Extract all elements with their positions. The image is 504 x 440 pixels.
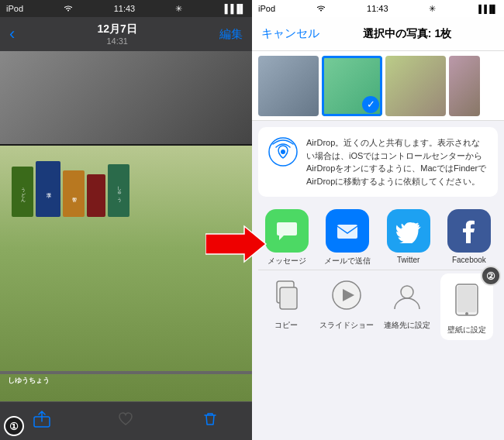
messages-label: メッセージ (268, 256, 306, 266)
right-nav-bar: キャンセル 選択中の写真: 1枚 (252, 17, 504, 51)
wallpaper-icon (445, 278, 488, 321)
airdrop-section: AirDrop。近くの人と共有します。表示されない場合は、iOSではコントロール… (258, 127, 498, 197)
wallpaper-label: 壁紙に設定 (447, 325, 486, 335)
left-battery-icon: ▐▐▐▌ (222, 4, 246, 13)
book-image: うどん 漢字 学習 しゅう しゆうちょう (0, 146, 252, 401)
svg-point-12 (465, 312, 468, 315)
share-row: メッセージ メールで送信 Twitter (252, 203, 504, 270)
right-status-bar: iPod 11:43 ✳ ▐▐▐▌ (252, 0, 504, 17)
cancel-button[interactable]: キャンセル (261, 26, 319, 41)
annotation-circle-2: ② (481, 266, 501, 286)
trash-button[interactable] (202, 411, 219, 431)
left-wifi-icon (63, 4, 74, 13)
mail-icon (326, 209, 369, 253)
photo-placeholder-img (0, 51, 252, 144)
airdrop-description: AirDrop。近くの人と共有します。表示されない場合は、iOSではコントロール… (306, 136, 488, 187)
left-nav-bar: ‹ 12月7日 14:31 編集 (0, 17, 252, 51)
messages-icon (265, 209, 309, 253)
right-carrier: iPod (258, 4, 275, 13)
left-panel: iPod 11:43 ✳ ▐▐▐▌ ‹ 12月7日 14:31 編集 (0, 0, 252, 440)
thumbnail-1[interactable] (258, 56, 319, 116)
thumbnail-2[interactable]: ✓ (322, 56, 382, 116)
right-battery-icon: ▐▐▐▌ (476, 5, 498, 13)
action-slideshow[interactable]: スライドショー (319, 273, 374, 331)
selection-title: 選択中の写真: 1枚 (319, 27, 495, 41)
thumb-checkmark: ✓ (362, 96, 379, 113)
right-bluetooth-icon: ✳ (429, 4, 436, 14)
left-toolbar: ① (0, 401, 252, 440)
nav-time: 14:31 (97, 36, 136, 46)
right-wifi-icon (316, 4, 326, 13)
svg-point-9 (401, 286, 413, 298)
share-facebook[interactable]: Facebook (446, 209, 492, 264)
copy-label: コピー (274, 320, 298, 331)
red-arrow (205, 225, 268, 263)
facebook-icon (447, 209, 491, 253)
thumbnail-3[interactable] (385, 56, 446, 116)
action-wallpaper[interactable]: 壁紙に設定 ② (440, 273, 493, 340)
thumbnail-strip: ✓ (252, 51, 504, 121)
share-twitter[interactable]: Twitter (385, 209, 432, 264)
svg-rect-11 (457, 286, 476, 312)
contact-icon (385, 273, 429, 317)
share-messages[interactable]: メッセージ (264, 209, 310, 266)
annotation-circle-1: ① (4, 416, 24, 436)
nav-title: 12月7日 14:31 (97, 22, 136, 46)
slideshow-icon (325, 273, 368, 317)
svg-rect-6 (280, 287, 297, 309)
left-carrier: iPod (6, 4, 23, 13)
share-mail[interactable]: メールで送信 (324, 209, 371, 266)
twitter-icon (387, 209, 430, 253)
airdrop-icon (268, 136, 299, 167)
share-button[interactable] (33, 411, 50, 431)
thumbnail-4-partial[interactable] (449, 56, 480, 116)
svg-marker-1 (205, 226, 266, 262)
photo-bottom: うどん 漢字 学習 しゅう しゆうちょう (0, 146, 252, 401)
photo-top (0, 51, 252, 144)
heart-button[interactable] (117, 411, 134, 431)
svg-point-3 (281, 150, 285, 154)
action-row: コピー スライドショー 連絡先に設定 (252, 270, 504, 346)
action-contact[interactable]: 連絡先に設定 (384, 273, 430, 331)
mail-label: メールで送信 (324, 256, 371, 266)
right-panel: iPod 11:43 ✳ ▐▐▐▌ キャンセル 選択中の写真: 1枚 ✓ (252, 0, 504, 440)
back-button[interactable]: ‹ (9, 24, 15, 44)
svg-rect-4 (337, 225, 357, 239)
copy-icon (264, 273, 308, 317)
nav-date: 12月7日 (97, 22, 136, 36)
right-time: 11:43 (367, 4, 388, 13)
contact-label: 連絡先に設定 (384, 320, 430, 331)
facebook-label: Facebook (452, 256, 486, 264)
action-copy[interactable]: コピー (263, 273, 309, 331)
left-time: 11:43 (114, 4, 136, 13)
edit-button[interactable]: 編集 (219, 27, 243, 42)
left-bluetooth-icon: ✳ (175, 4, 182, 14)
slideshow-label: スライドショー (319, 320, 374, 331)
twitter-label: Twitter (397, 256, 419, 264)
left-status-bar: iPod 11:43 ✳ ▐▐▐▌ (0, 0, 252, 17)
